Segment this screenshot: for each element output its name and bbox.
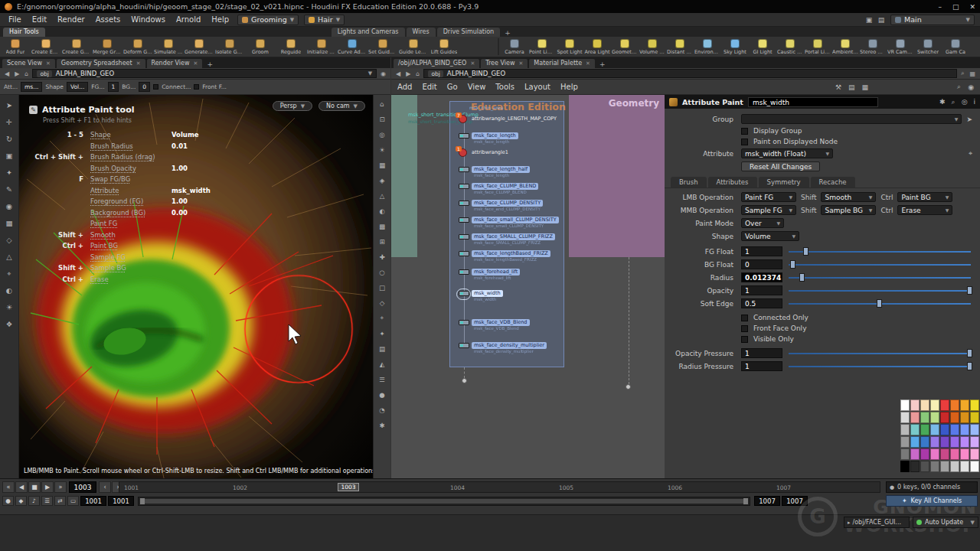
color-swatch[interactable] [930,436,939,448]
network-node-selected[interactable]: msk_width msk_width [459,289,503,298]
layout-icon[interactable]: ▤ [848,83,855,91]
color-swatch[interactable] [940,399,949,411]
pose-tool-icon[interactable]: ✦ [4,167,15,178]
network-dot[interactable] [462,378,467,383]
network-dot[interactable] [626,384,631,390]
shelf-tool[interactable]: Environment Light [694,37,721,57]
color-swatch[interactable] [960,412,969,423]
color-swatch[interactable] [940,412,949,423]
group-field[interactable]: ▼ [741,114,962,124]
update-mode-select[interactable]: Auto Update ▼ [913,517,978,528]
forward-icon[interactable]: ▶ [404,70,412,77]
opacity-slider[interactable] [789,285,972,295]
fg-option-value[interactable]: 1 [108,82,119,92]
network-menu-item[interactable]: Go [447,83,458,91]
shelf-tool[interactable]: Geometry Light [611,37,639,57]
close-icon[interactable]: ✕ [518,60,523,67]
play-button[interactable]: ▶ [41,481,54,493]
color-swatch[interactable] [970,436,979,448]
snap-grid-icon[interactable]: ▦ [4,217,15,229]
reselect-icon[interactable]: ➤ [966,116,972,123]
shelf-tool[interactable]: Guide Length [398,37,429,57]
grooming-shelf-select[interactable]: Grooming ▼ [237,15,299,25]
playback-range-slider[interactable] [138,497,750,506]
shelf-tool[interactable]: Set Guide Direction [368,37,398,57]
color-swatch[interactable] [970,399,979,411]
back-icon[interactable]: ◀ [394,70,402,77]
go-end-button[interactable]: » [54,481,67,493]
color-swatch[interactable] [950,399,959,411]
pane-tab[interactable]: Render View ✕ [147,59,203,68]
shelf-tab[interactable]: Wires [407,28,436,37]
play-reverse-button[interactable]: ◀ [15,481,28,493]
network-node[interactable]: msk_forehead_lift msk_forehead_lift [459,268,520,276]
radius-pressure-slider[interactable] [789,361,972,371]
close-icon[interactable]: ✕ [470,60,475,67]
view-tool-icon[interactable]: ◉ [4,201,15,212]
shelf-tool[interactable]: Sky Light [721,37,749,57]
scoped-channels-icon[interactable]: ◆ [15,496,27,506]
color-swatch[interactable] [930,448,939,460]
select-visible-icon[interactable]: ○ [377,266,388,278]
shelf-tool[interactable]: Isolate Guides [214,37,245,57]
shelf-tool[interactable]: Deform Guides [122,37,153,57]
light-tool-icon[interactable]: ☀ [4,302,15,313]
rotate-tool-icon[interactable]: ↻ [4,133,15,145]
opacity-pressure-value[interactable]: 1 [741,348,782,358]
radius-value[interactable]: 0.012374 [741,272,782,282]
pin-icon[interactable]: ◉ [379,70,387,77]
menu-item[interactable]: Arnold [171,14,206,25]
prev-frame-button[interactable]: ‹ [99,481,111,493]
network-node[interactable]: msk_face_CLUMP_DENSITY msk_face_and_CLUM… [459,199,543,207]
color-swatch[interactable] [910,424,920,435]
new-pane-tab-button[interactable]: + [596,60,609,68]
gear-icon[interactable]: ✱ [939,98,946,106]
connect-option-checkbox[interactable] [153,84,158,90]
color-swatch[interactable] [930,399,939,411]
network-node[interactable]: 1 attribwrangle1 [459,148,511,157]
paint-displayed-checkbox[interactable] [741,139,748,145]
shelf-tool[interactable]: Distant Light [666,37,694,57]
range-end-handle[interactable] [743,498,748,504]
settings-icon[interactable]: ✱ [377,419,388,431]
network-menu-item[interactable]: Tools [495,83,514,91]
select-geometry-icon[interactable]: ◇ [377,297,388,308]
shelf-tab[interactable]: Lights and Cameras [332,28,405,37]
playbar-options-icon[interactable]: ☰ [41,496,53,506]
color-swatch[interactable] [900,424,910,435]
menu-item[interactable]: Windows [126,14,171,25]
menu-item[interactable]: Assets [90,14,126,25]
highlight-icon[interactable]: ✦ [377,328,388,339]
node-label[interactable]: msk_chin_area [469,105,503,110]
keyframe-icon[interactable]: ● [2,496,14,506]
wrench-icon[interactable]: ⚒ [835,83,841,91]
panel-icon[interactable]: ▤ [377,343,388,354]
snap-point-icon[interactable]: ◇ [4,234,15,246]
color-swatch[interactable] [920,399,929,411]
color-swatch[interactable] [950,436,959,448]
shelf-tool[interactable]: Spot Light [556,37,583,57]
playback-range-start-field[interactable]: 1001 [108,496,134,506]
network-node[interactable]: msk_face_density_multiplier msk_face_den… [459,341,547,350]
isolate-icon[interactable]: ◭ [377,358,388,370]
range-mode-icon[interactable]: ▭ [67,496,79,506]
color-swatch[interactable] [970,448,979,460]
color-swatch[interactable] [960,448,969,460]
bg-float-slider[interactable] [789,259,972,269]
network-node[interactable]: msk_face_small_CLUMP_DENSITY msk_face_sm… [459,216,559,224]
front-face-only-checkbox[interactable] [741,325,748,332]
shelf-tool[interactable]: Generate Hair [184,37,214,57]
step-mode-icon[interactable]: ⇄ [54,496,66,506]
snapping-icon[interactable]: ◈ [377,174,388,186]
info-icon[interactable]: i [973,98,975,106]
shelf-tool[interactable]: Create Empty Guide Groom [31,37,61,57]
range-start-handle[interactable] [140,498,145,504]
wireframe-icon[interactable]: △ [377,190,388,201]
shelf-tool[interactable]: Ambient Light [831,37,859,57]
path-node[interactable]: ALPHA_BIND_GEO [56,70,114,77]
texture-icon[interactable]: ▩ [377,220,388,232]
desktop-select[interactable]: Main ▼ [890,15,975,25]
color-swatch[interactable] [920,412,929,423]
color-swatch[interactable] [960,399,969,411]
forward-icon[interactable]: ▶ [13,70,21,77]
